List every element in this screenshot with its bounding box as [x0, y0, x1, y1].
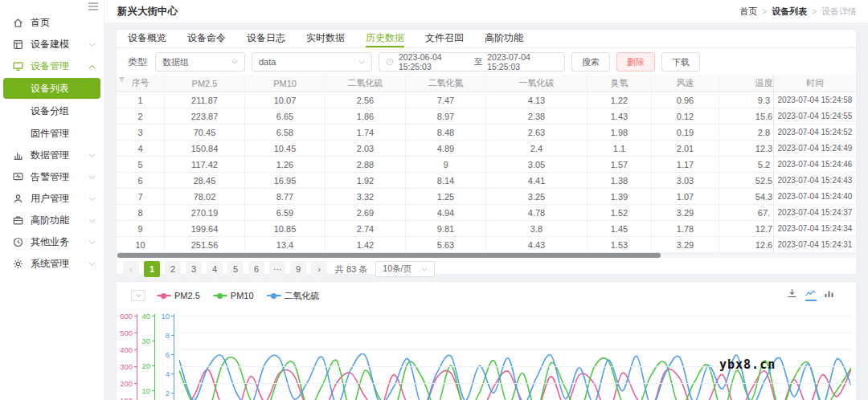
sidebar-item-data-management[interactable]: 数据管理 — [0, 145, 104, 166]
download-icon[interactable] — [787, 288, 798, 301]
tab-device-commands[interactable]: 设备命令 — [187, 30, 226, 47]
cell-index: 3 — [117, 124, 165, 140]
cell-wind-speed: 0.96 — [652, 92, 719, 108]
sidebar-item-device-group[interactable]: 设备分组 — [0, 100, 104, 122]
y-axis-1: 403020100 — [139, 309, 155, 400]
tab-realtime-data[interactable]: 实时数据 — [306, 30, 345, 47]
cell-pm25: 70.45 — [165, 124, 245, 140]
date-to-label: 至 — [474, 56, 483, 67]
sidebar-item-alarm-management[interactable]: 告警管理 — [0, 166, 104, 188]
page-ellipsis[interactable]: ··· — [269, 261, 285, 277]
breadcrumb-item[interactable]: 设备列表 — [772, 6, 807, 18]
horizontal-scrollbar[interactable] — [117, 253, 661, 258]
date-end-value: 2023-07-04 15:25:03 — [487, 52, 558, 71]
data-group-select[interactable]: 数据组 — [155, 52, 245, 71]
collapse-sidebar-icon[interactable] — [88, 2, 99, 11]
sidebar-item-label: 设备分组 — [31, 104, 69, 118]
search-button[interactable]: 搜索 — [571, 52, 610, 71]
sidebar-item-device-management[interactable]: 设备管理 — [0, 55, 104, 77]
cell-o3: 1.52 — [588, 205, 652, 220]
sidebar-item-user-management[interactable]: 用户管理 — [0, 188, 104, 210]
axis-tick-label: 10 — [158, 312, 170, 320]
chevron-down-icon — [358, 60, 365, 64]
cell-pm25: 211.87 — [165, 92, 245, 108]
filter-bar: 类型 数据组 data 2023-06-04 15:25:03 至 2023-0… — [117, 51, 856, 73]
sidebar-item-label: 设备建模 — [31, 38, 88, 51]
page-4[interactable]: 4 — [207, 261, 223, 277]
column-header-so2: 二氧化硫 — [326, 75, 406, 92]
cell-so2: 2.74 — [326, 221, 406, 236]
cell-wind-speed: 3.29 — [652, 205, 719, 220]
breadcrumb-item[interactable]: 首页 — [739, 6, 757, 18]
axis-tick — [152, 390, 155, 391]
cell-time: 2023-07-04 15:24:46 — [774, 157, 856, 173]
cell-pm10: 6.58 — [245, 124, 326, 140]
download-button[interactable]: 下载 — [661, 52, 700, 71]
cell-index: 1 — [117, 92, 165, 108]
table-row: 9199.6410.852.749.813.81.451.7812.7 — [117, 221, 856, 237]
line-chart-icon[interactable] — [805, 288, 817, 301]
sidebar-item-label: 其他业务 — [31, 235, 88, 249]
cell-so2: 1.86 — [326, 108, 406, 124]
cell-so2: 2.88 — [326, 157, 406, 172]
cell-co: 3.05 — [486, 157, 588, 172]
tab-advanced-functions[interactable]: 高阶功能 — [485, 30, 523, 47]
cell-so2: 1.92 — [326, 173, 406, 188]
history-data-table: 序号PM2.5PM10二氧化硫二氧化氮一氧化碳臭氧风速温度1211.8710.0… — [117, 75, 856, 258]
cell-no2: 9 — [406, 157, 486, 172]
cell-co: 4.43 — [486, 237, 588, 252]
page-9[interactable]: 9 — [290, 261, 306, 277]
legend-item-so2[interactable]: 二氧化硫 — [267, 290, 320, 302]
sidebar-item-system-management[interactable]: 系统管理 — [0, 253, 104, 275]
sidebar-item-device-list[interactable]: 设备列表 — [3, 78, 100, 99]
date-range-input[interactable]: 2023-06-04 15:25:03 至 2023-07-04 15:25:0… — [379, 52, 565, 71]
breadcrumb: 首页>设备列表>设备详情 — [739, 6, 868, 18]
axis-tick — [134, 349, 137, 350]
axis-tick-label: 10 — [139, 386, 150, 395]
user-manage-icon — [13, 194, 23, 204]
chart-canvas: ybx8.cn — [179, 309, 851, 400]
axis-tick — [171, 335, 174, 336]
sidebar-item-device-modeling[interactable]: 设备建模 — [0, 34, 104, 55]
page-3[interactable]: 3 — [186, 261, 202, 277]
next-page-button[interactable]: › — [311, 261, 327, 277]
tab-device-overview[interactable]: 设备概览 — [128, 30, 166, 47]
delete-button[interactable]: 删除 — [616, 52, 655, 71]
column-header-wind-speed: 风速 — [652, 75, 719, 92]
cell-no2: 4.89 — [406, 141, 486, 156]
cell-no2: 8.97 — [406, 108, 486, 124]
legend-mode-select[interactable] — [131, 290, 145, 301]
sidebar-item-label: 设备列表 — [31, 82, 69, 96]
tab-history-data[interactable]: 历史数据 — [366, 30, 404, 47]
sidebar-item-firmware-management[interactable]: 固件管理 — [0, 122, 104, 145]
cell-time: 2023-07-04 15:24:52 — [774, 124, 856, 141]
page-1[interactable]: 1 — [144, 261, 160, 277]
sidebar-item-advanced-features[interactable]: 高阶功能 — [0, 210, 104, 231]
cell-pm25: 223.87 — [165, 108, 245, 124]
sidebar-item-other-business[interactable]: 其他业务 — [0, 231, 104, 253]
watermark: ybx8.cn — [719, 357, 776, 372]
axis-tick-label: 4 — [158, 369, 170, 378]
legend-item-pm25[interactable]: PM2.5 — [157, 291, 200, 300]
sidebar-item-home[interactable]: 首页 — [0, 12, 104, 34]
axis-tick-label: 500 — [117, 329, 133, 337]
sidebar-item-label: 用户管理 — [31, 192, 88, 206]
column-header-pm25: PM2.5 — [165, 75, 245, 92]
page-5[interactable]: 5 — [227, 261, 244, 277]
pagination: ‹123456···9›共 83 条10条/页 — [123, 261, 435, 277]
cell-so2: 1.74 — [326, 124, 406, 140]
bar-chart-icon[interactable] — [824, 288, 835, 301]
cell-wind-speed: 1.07 — [652, 189, 719, 204]
page-2[interactable]: 2 — [165, 261, 181, 277]
tab-device-logs[interactable]: 设备日志 — [247, 30, 285, 47]
axis-tick — [134, 316, 137, 316]
data-group-value: 数据组 — [162, 56, 189, 68]
tab-file-recall[interactable]: 文件召回 — [425, 30, 464, 47]
page-6[interactable]: 6 — [248, 261, 264, 277]
data-stream-select[interactable]: data — [252, 52, 372, 71]
page-size-select[interactable]: 10条/页 — [375, 261, 435, 277]
axis-tick — [171, 354, 174, 355]
prev-page-button[interactable]: ‹ — [123, 261, 139, 277]
data-stream-value: data — [259, 57, 276, 67]
legend-item-pm10[interactable]: PM10 — [213, 291, 254, 300]
